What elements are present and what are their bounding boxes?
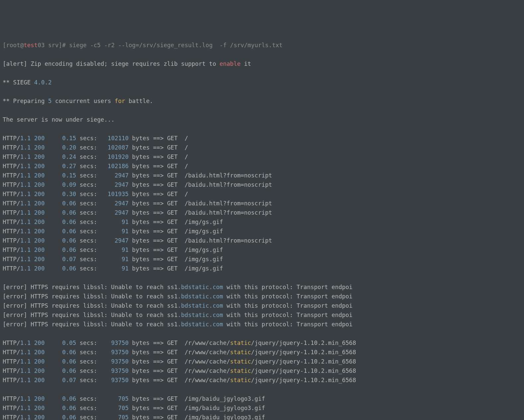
http-proto-status: 1.1 200 xyxy=(20,228,45,235)
http-proto-status: 1.1 200 xyxy=(20,340,45,346)
request-path: /img/gs.gif xyxy=(185,219,223,225)
response-bytes: 93750 xyxy=(97,377,132,383)
response-bytes: 101935 xyxy=(97,191,132,197)
http-proto-status: 1.1 200 xyxy=(20,368,45,374)
error-line: [error] HTTPS requires libssl: Unable to… xyxy=(3,301,521,310)
response-bytes: 705 xyxy=(97,414,132,420)
secs-label: secs: xyxy=(80,377,97,383)
http-label: HTTP/ xyxy=(3,340,20,346)
response-time: 0.07 xyxy=(44,377,79,383)
request-path-prefix: /r/www/cache/ xyxy=(185,368,230,374)
response-time: 0.27 xyxy=(44,163,79,169)
response-time: 0.06 xyxy=(44,200,79,207)
http-response-row: HTTP/1.1 200 0.06 secs: 93750 bytes ==> … xyxy=(3,357,521,366)
response-bytes: 102186 xyxy=(97,163,132,169)
secs-label: secs: xyxy=(80,368,97,374)
request-path: /baidu.html?from=noscript xyxy=(185,181,272,188)
http-response-row: HTTP/1.1 200 0.06 secs: 91 bytes ==> GET… xyxy=(3,227,521,236)
request-path-prefix: /r/www/cache/ xyxy=(185,377,230,383)
http-label: HTTP/ xyxy=(3,237,20,244)
http-proto-status: 1.1 200 xyxy=(20,247,45,253)
bytes-get-label: bytes ==> GET xyxy=(132,154,185,160)
siege-version: 4.0.2 xyxy=(34,79,52,86)
request-path: /baidu.html?from=noscript xyxy=(185,172,272,179)
http-label: HTTP/ xyxy=(3,358,20,365)
error-post: with this protocol: Transport endpoi xyxy=(223,302,353,309)
response-time: 0.06 xyxy=(44,358,79,365)
http-label: HTTP/ xyxy=(3,414,20,420)
response-bytes: 93750 xyxy=(97,358,132,365)
response-time: 0.06 xyxy=(44,237,79,244)
response-time: 0.05 xyxy=(44,340,79,346)
bytes-get-label: bytes ==> GET xyxy=(132,358,185,365)
bytes-get-label: bytes ==> GET xyxy=(132,181,185,188)
secs-label: secs: xyxy=(80,172,97,179)
request-path: /baidu.html?from=noscript xyxy=(185,209,272,216)
request-path-prefix: /r/www/cache/ xyxy=(185,349,230,356)
http-response-row: HTTP/1.1 200 0.24 secs: 101920 bytes ==>… xyxy=(3,152,521,161)
http-label: HTTP/ xyxy=(3,256,20,262)
http-response-row: HTTP/1.1 200 0.15 secs: 2947 bytes ==> G… xyxy=(3,171,521,180)
bytes-get-label: bytes ==> GET xyxy=(132,144,185,151)
http-response-row: HTTP/1.1 200 0.06 secs: 2947 bytes ==> G… xyxy=(3,208,521,217)
http-label: HTTP/ xyxy=(3,228,20,235)
error-pre: [error] HTTPS requires libssl: Unable to… xyxy=(3,284,178,290)
http-proto-status: 1.1 200 xyxy=(20,237,45,244)
http-response-row: HTTP/1.1 200 0.27 secs: 102186 bytes ==>… xyxy=(3,161,521,171)
http-label: HTTP/ xyxy=(3,154,20,160)
bytes-get-label: bytes ==> GET xyxy=(132,340,185,346)
prompt-user: [root@ xyxy=(3,42,24,49)
request-path-suffix: /jquery/jquery-1.10.2.min_6568 xyxy=(251,349,356,356)
http-proto-status: 1.1 200 xyxy=(20,144,45,151)
bytes-get-label: bytes ==> GET xyxy=(132,395,185,402)
response-bytes: 2947 xyxy=(97,237,132,244)
http-response-row: HTTP/1.1 200 0.06 secs: 705 bytes ==> GE… xyxy=(3,394,521,403)
alert-pre: [alert] Zip encoding disabled; siege req… xyxy=(3,60,219,67)
secs-label: secs: xyxy=(80,200,97,207)
secs-label: secs: xyxy=(80,163,97,169)
http-label: HTTP/ xyxy=(3,395,20,402)
error-post: with this protocol: Transport endpoi xyxy=(223,293,353,300)
http-proto-status: 1.1 200 xyxy=(20,265,45,272)
http-proto-status: 1.1 200 xyxy=(20,395,45,402)
http-response-row: HTTP/1.1 200 0.06 secs: 91 bytes ==> GET… xyxy=(3,217,521,227)
error-pre: [error] HTTPS requires libssl: Unable to… xyxy=(3,321,178,328)
prompt-host-rest: 03 srv]# xyxy=(38,42,69,49)
response-bytes: 2947 xyxy=(97,172,132,179)
response-bytes: 93750 xyxy=(97,340,132,346)
http-label: HTTP/ xyxy=(3,209,20,216)
secs-label: secs: xyxy=(80,191,97,197)
bytes-get-label: bytes ==> GET xyxy=(132,172,185,179)
response-time: 0.15 xyxy=(44,172,79,179)
response-time: 0.09 xyxy=(44,181,79,188)
response-bytes: 2947 xyxy=(97,181,132,188)
error-domain: .bdstatic.com xyxy=(178,293,223,300)
http-label: HTTP/ xyxy=(3,181,20,188)
response-time: 0.07 xyxy=(44,256,79,262)
http-label: HTTP/ xyxy=(3,163,20,169)
response-bytes: 102110 xyxy=(97,135,132,142)
http-label: HTTP/ xyxy=(3,368,20,374)
http-label: HTTP/ xyxy=(3,172,20,179)
http-response-row: HTTP/1.1 200 0.05 secs: 93750 bytes ==> … xyxy=(3,338,521,348)
bytes-get-label: bytes ==> GET xyxy=(132,219,185,225)
http-response-row: HTTP/1.1 200 0.06 secs: 93750 bytes ==> … xyxy=(3,348,521,357)
bytes-get-label: bytes ==> GET xyxy=(132,405,185,411)
request-path: /img/baidu_jgylogo3.gif xyxy=(185,405,265,411)
bytes-get-label: bytes ==> GET xyxy=(132,209,185,216)
bytes-get-label: bytes ==> GET xyxy=(132,237,185,244)
request-path: / xyxy=(185,144,188,151)
request-path-keyword: static xyxy=(230,340,251,346)
error-line: [error] HTTPS requires libssl: Unable to… xyxy=(3,310,521,320)
response-time: 0.15 xyxy=(44,135,79,142)
error-domain: .bdstatic.com xyxy=(178,312,223,318)
request-path: / xyxy=(185,163,188,169)
request-path-prefix: /r/www/cache/ xyxy=(185,340,230,346)
error-block: [error] HTTPS requires libssl: Unable to… xyxy=(3,282,521,329)
bytes-get-label: bytes ==> GET xyxy=(132,200,185,207)
response-time: 0.20 xyxy=(44,144,79,151)
secs-label: secs: xyxy=(80,405,97,411)
response-bytes: 91 xyxy=(97,228,132,235)
http-proto-status: 1.1 200 xyxy=(20,181,45,188)
request-path-prefix: /r/www/cache/ xyxy=(185,358,230,365)
